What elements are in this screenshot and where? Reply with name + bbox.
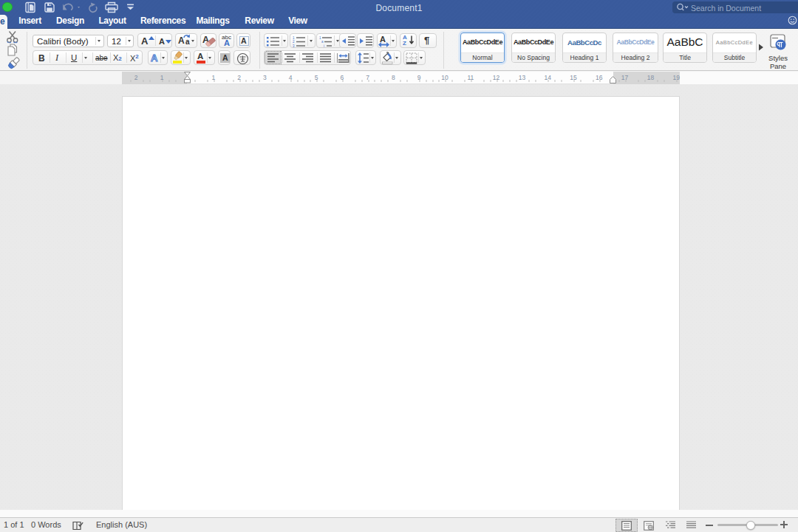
svg-text:1: 1 — [293, 36, 295, 40]
svg-text:3: 3 — [293, 44, 295, 48]
svg-text:a: a — [321, 40, 324, 44]
svg-text:2: 2 — [293, 40, 295, 44]
svg-text:1: 1 — [319, 36, 321, 40]
svg-text:i: i — [324, 44, 324, 48]
